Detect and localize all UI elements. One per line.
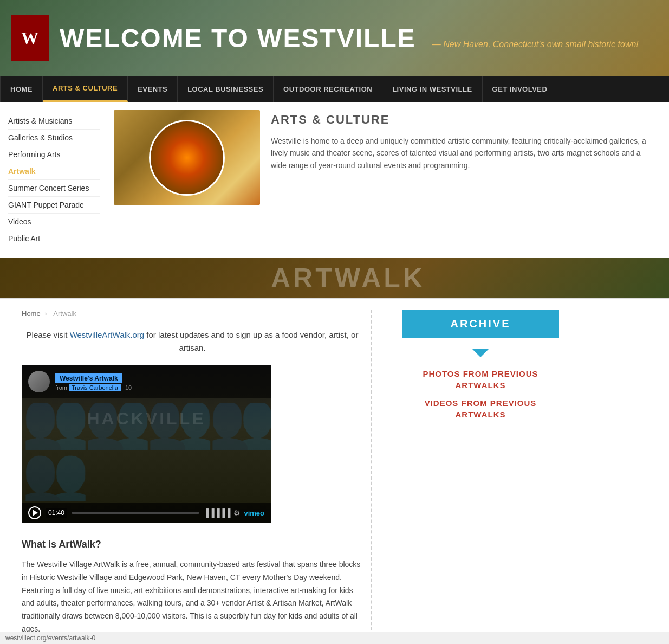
site-title: WELCOME TO WESTVILLE — [60, 23, 416, 53]
arts-section-text: Westville is home to a deep and uniquely… — [271, 135, 655, 171]
video-meta: Westville's Artwalk from Travis Carbonel… — [55, 373, 132, 391]
breadcrumb-separator: › — [44, 310, 49, 318]
hackville-text: HACKVILLE — [87, 409, 205, 429]
what-title: What is ArtWalk? — [22, 539, 363, 550]
artwalk-link[interactable]: WestvilleArtWalk.org — [70, 330, 145, 339]
status-bar: westvillect.org/events/artwalk-0 — [0, 632, 669, 644]
sidebar-item-artists[interactable]: Artists & Musicians — [8, 113, 100, 130]
settings-icon[interactable]: ⚙ — [233, 508, 241, 517]
arts-section-title: ARTS & CULTURE — [271, 113, 655, 127]
site-title-area: WELCOME TO WESTVILLE — New Haven, Connec… — [60, 23, 639, 53]
videos-link[interactable]: VIDEOS FROM PREVIOUS ARTWALKS — [407, 397, 554, 420]
archive-header: ARCHIVE — [402, 310, 559, 338]
video-avatar — [28, 371, 50, 392]
archive-links: PHOTOS FROM PREVIOUS ARTWALKS VIDEOS FRO… — [402, 357, 559, 431]
sidebar-item-puppet-parade[interactable]: GIANT Puppet Parade — [8, 197, 100, 214]
archive-title: ARCHIVE — [413, 318, 548, 330]
nav-events[interactable]: EVENTS — [128, 76, 178, 102]
nav-outdoor-recreation[interactable]: OUTDOOR RECREATION — [274, 76, 382, 102]
sidebar-item-videos[interactable]: Videos — [8, 214, 100, 230]
breadcrumb-current: Artwalk — [53, 310, 76, 318]
sidebar-item-performing[interactable]: Performing Arts — [8, 146, 100, 163]
sidebar-item-artwalk[interactable]: Artwalk — [8, 163, 100, 180]
nav-get-involved[interactable]: GET INVOLVED — [483, 76, 558, 102]
content-right: ARCHIVE PHOTOS FROM PREVIOUS ARTWALKS VI… — [402, 310, 559, 636]
play-icon — [33, 510, 38, 516]
vimeo-number: 10 — [125, 384, 132, 391]
content-separator — [371, 310, 372, 636]
site-logo[interactable]: W — [11, 15, 49, 61]
arts-description-panel: ARTS & CULTURE Westville is home to a de… — [257, 102, 669, 258]
breadcrumb: Home › Artwalk — [22, 310, 363, 318]
status-url: westvillect.org/events/artwalk-0 — [5, 634, 95, 642]
video-crowd: 👥👥👥👥👥 HACKVILLE — [22, 403, 271, 501]
arts-dropdown: Artists & Musicians Galleries & Studios … — [0, 102, 669, 258]
from-label: from — [55, 384, 67, 391]
artwalk-banner-title: ARTWALK — [271, 262, 669, 294]
featured-image — [114, 110, 260, 205]
main-nav: HOME ARTS & CULTURE EVENTS LOCAL BUSINES… — [0, 76, 669, 102]
archive-triangle — [472, 349, 489, 357]
video-timestamp: 01:40 — [46, 508, 67, 518]
video-header-bar: Westville's Artwalk from Travis Carbonel… — [22, 365, 271, 398]
what-text: The Westville Village ArtWalk is a free,… — [22, 558, 363, 636]
what-is-section: What is ArtWalk? The Westville Village A… — [22, 539, 363, 636]
vimeo-logo[interactable]: vimeo — [244, 509, 264, 517]
hero-header: W WELCOME TO WESTVILLE — New Haven, Conn… — [0, 0, 669, 76]
from-name: Travis Carbonella — [69, 384, 121, 391]
sidebar-item-public-art[interactable]: Public Art — [8, 230, 100, 247]
video-extra-controls: ▐▐▐▐▐ ⚙ vimeo — [204, 508, 264, 517]
video-from-line: from Travis Carbonella 10 — [55, 384, 132, 391]
intro-text-before: Please visit — [27, 330, 70, 339]
arts-sidebar: Artists & Musicians Galleries & Studios … — [0, 102, 108, 258]
logo-letter: W — [21, 28, 38, 48]
video-embed[interactable]: 👥👥👥👥👥 HACKVILLE Westville's Artwalk from… — [22, 365, 271, 523]
video-controls[interactable]: 01:40 ▐▐▐▐▐ ⚙ vimeo — [22, 503, 271, 523]
artwalk-banner: ARTWALK — [0, 258, 669, 298]
play-button[interactable] — [28, 506, 41, 519]
archive-section: ARCHIVE PHOTOS FROM PREVIOUS ARTWALKS VI… — [402, 310, 559, 431]
nav-arts-culture[interactable]: ARTS & CULTURE — [43, 76, 128, 102]
intro-text-after: for latest updates and to sign up as a f… — [144, 330, 358, 352]
sidebar-item-summer-concert[interactable]: Summer Concert Series — [8, 180, 100, 197]
nav-local-businesses[interactable]: LOCAL BUSINESSES — [178, 76, 274, 102]
video-progress-bar[interactable] — [72, 512, 199, 514]
featured-image-container — [108, 102, 257, 258]
avatar-image — [28, 371, 50, 392]
nav-living[interactable]: LIVING IN WESTVILLE — [382, 76, 482, 102]
nav-home[interactable]: HOME — [0, 76, 43, 102]
main-content: Home › Artwalk Please visit WestvilleArt… — [0, 299, 669, 644]
sidebar-item-galleries[interactable]: Galleries & Studios — [8, 130, 100, 146]
content-left: Home › Artwalk Please visit WestvilleArt… — [22, 310, 363, 636]
breadcrumb-home[interactable]: Home — [22, 310, 41, 318]
photos-link[interactable]: PHOTOS FROM PREVIOUS ARTWALKS — [407, 368, 554, 391]
signal-icon[interactable]: ▐▐▐▐▐ — [204, 508, 231, 517]
art-image-inner — [149, 120, 225, 196]
site-subtitle: — New Haven, Connecticut's own small his… — [432, 40, 639, 49]
intro-paragraph: Please visit WestvilleArtWalk.org for la… — [22, 329, 363, 355]
video-title: Westville's Artwalk — [55, 373, 122, 383]
